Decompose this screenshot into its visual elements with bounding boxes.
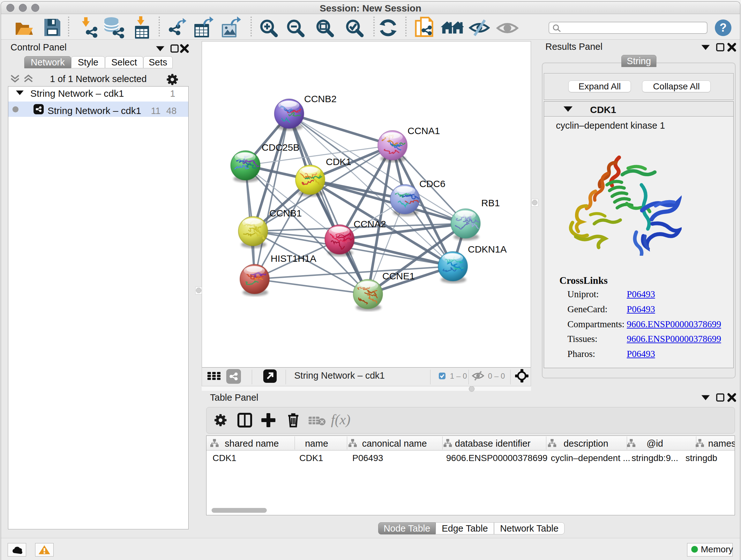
svg-text:CDK1: CDK1 [326,157,351,167]
svg-text:CDC25B: CDC25B [262,142,299,152]
svg-text:HIST1H1A: HIST1H1A [271,253,316,264]
svg-text:CDKN1A: CDKN1A [468,244,507,254]
svg-text:CCNA1: CCNA1 [408,125,440,136]
svg-text:RB1: RB1 [481,198,500,208]
svg-text:CDC6: CDC6 [419,179,446,189]
svg-text:CCNB1: CCNB1 [269,208,302,219]
svg-text:CCNE1: CCNE1 [382,271,415,281]
svg-text:CCNB2: CCNB2 [304,94,337,104]
svg-text:CCNA2: CCNA2 [354,219,386,229]
